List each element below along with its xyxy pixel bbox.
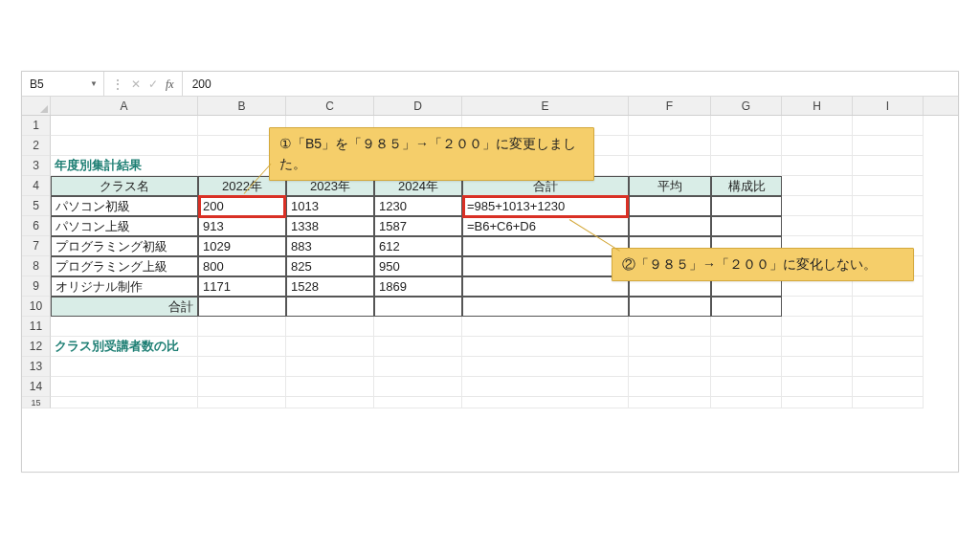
- row-12: 12 クラス別受講者数の比: [22, 337, 958, 357]
- cell-D5[interactable]: 1230: [374, 196, 462, 216]
- cell-D7[interactable]: 612: [374, 236, 462, 256]
- row-header-10[interactable]: 10: [22, 297, 51, 317]
- callout-2-text: ②「９８５」→「２００」に変化しない。: [622, 256, 877, 272]
- row-header-5[interactable]: 5: [22, 196, 51, 216]
- row-5: 5 パソコン初級 200 1013 1230 =985+1013+1230: [22, 196, 958, 216]
- formula-bar: B5 ▼ ⋮ ✕ ✓ fx 200: [22, 72, 958, 97]
- callout-1: ①「B5」を「９８５」→「２００」に変更しました。: [269, 127, 594, 181]
- row-header-11[interactable]: 11: [22, 317, 51, 337]
- row-header-7[interactable]: 7: [22, 236, 51, 256]
- row-11: 11: [22, 317, 958, 337]
- col-header-A[interactable]: A: [51, 97, 198, 115]
- cell-B7[interactable]: 1029: [198, 236, 286, 256]
- name-box-value: B5: [30, 77, 44, 91]
- th-ratio[interactable]: 構成比: [711, 176, 782, 196]
- name-box[interactable]: B5 ▼: [22, 72, 104, 96]
- cell-E5[interactable]: =985+1013+1230: [462, 196, 629, 216]
- cell-A9[interactable]: オリジナル制作: [51, 276, 198, 297]
- th-avg[interactable]: 平均: [629, 176, 711, 196]
- col-header-F[interactable]: F: [629, 97, 711, 115]
- cell-D6[interactable]: 1587: [374, 216, 462, 236]
- col-header-B[interactable]: B: [198, 97, 286, 115]
- col-header-I[interactable]: I: [853, 97, 924, 115]
- cell-A10[interactable]: 合計: [51, 297, 198, 317]
- row-13: 13: [22, 357, 958, 377]
- row-header-1[interactable]: 1: [22, 116, 51, 136]
- cell-D9[interactable]: 1869: [374, 276, 462, 297]
- col-header-H[interactable]: H: [782, 97, 853, 115]
- col-header-G[interactable]: G: [711, 97, 782, 115]
- cell-C7[interactable]: 883: [286, 236, 374, 256]
- formula-bar-value[interactable]: 200: [183, 77, 212, 91]
- cell-C9[interactable]: 1528: [286, 276, 374, 297]
- col-header-C[interactable]: C: [286, 97, 374, 115]
- row-header-8[interactable]: 8: [22, 256, 51, 276]
- th-class[interactable]: クラス名: [51, 176, 198, 196]
- section-title[interactable]: 年度別集計結果: [51, 156, 198, 176]
- cell-A5[interactable]: パソコン初級: [51, 196, 198, 216]
- cell-A6[interactable]: パソコン上級: [51, 216, 198, 236]
- cell-B8[interactable]: 800: [198, 256, 286, 276]
- row-14: 14: [22, 377, 958, 397]
- excel-screenshot: B5 ▼ ⋮ ✕ ✓ fx 200 A B C D E F G H: [21, 71, 959, 473]
- more-icon[interactable]: ⋮: [112, 78, 123, 90]
- cell-B5[interactable]: 200: [198, 196, 286, 216]
- row-header-3[interactable]: 3: [22, 156, 51, 176]
- cell-C6[interactable]: 1338: [286, 216, 374, 236]
- cell-C5[interactable]: 1013: [286, 196, 374, 216]
- cell-D8[interactable]: 950: [374, 256, 462, 276]
- cell-B9[interactable]: 1171: [198, 276, 286, 297]
- fx-icon[interactable]: fx: [166, 78, 174, 90]
- row-15: 15: [22, 397, 958, 408]
- cell-E6[interactable]: =B6+C6+D6: [462, 216, 629, 236]
- row-6: 6 パソコン上級 913 1338 1587 =B6+C6+D6: [22, 216, 958, 236]
- col-header-E[interactable]: E: [462, 97, 629, 115]
- col-header-D[interactable]: D: [374, 97, 462, 115]
- confirm-icon[interactable]: ✓: [148, 78, 158, 90]
- cancel-icon[interactable]: ✕: [131, 78, 141, 90]
- cell-C8[interactable]: 825: [286, 256, 374, 276]
- row-header-4[interactable]: 4: [22, 176, 51, 196]
- grid: A B C D E F G H I 1 2 3: [22, 97, 958, 408]
- cell-A8[interactable]: プログラミング上級: [51, 256, 198, 276]
- callout-2: ②「９８５」→「２００」に変化しない。: [612, 248, 914, 281]
- column-headers: A B C D E F G H I: [22, 97, 958, 116]
- cell-A7[interactable]: プログラミング初級: [51, 236, 198, 256]
- cell-B6[interactable]: 913: [198, 216, 286, 236]
- row-header-6[interactable]: 6: [22, 216, 51, 236]
- section-title-12[interactable]: クラス別受講者数の比: [51, 337, 198, 357]
- row-header-2[interactable]: 2: [22, 136, 51, 156]
- row-header-12[interactable]: 12: [22, 337, 51, 357]
- chevron-down-icon[interactable]: ▼: [90, 79, 98, 88]
- select-all-corner[interactable]: [22, 97, 51, 115]
- row-10-total: 10 合計: [22, 297, 958, 317]
- row-header-9[interactable]: 9: [22, 276, 51, 297]
- formula-bar-buttons: ⋮ ✕ ✓ fx: [104, 72, 183, 96]
- callout-1-text: ①「B5」を「９８５」→「２００」に変更しました。: [279, 136, 576, 171]
